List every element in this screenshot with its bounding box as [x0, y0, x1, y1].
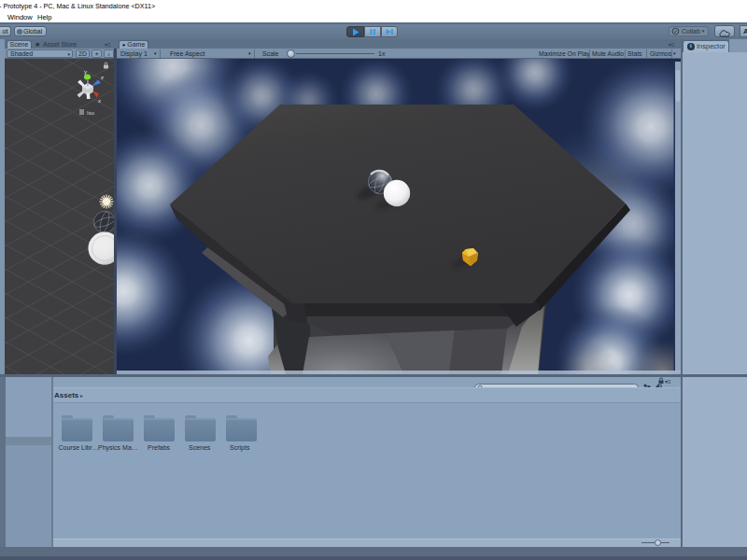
- svg-text:z: z: [101, 75, 104, 80]
- svg-text:x: x: [98, 98, 101, 104]
- svg-text:y: y: [84, 69, 87, 75]
- svg-text:Course Libr…: Course Libr…: [59, 444, 99, 451]
- svg-text:Prefabs: Prefabs: [148, 444, 171, 451]
- svg-text:Scenes: Scenes: [189, 444, 211, 451]
- svg-text:Iso: Iso: [87, 110, 95, 116]
- svg-text:Physics Ma…: Physics Ma…: [98, 444, 138, 452]
- svg-text:Scripts: Scripts: [230, 444, 250, 452]
